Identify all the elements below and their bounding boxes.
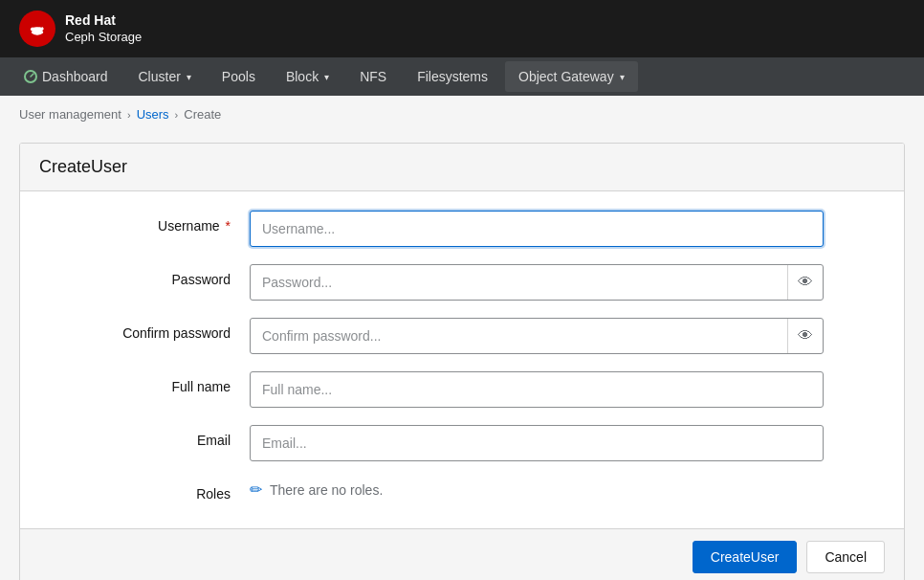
- nav-item-object-gateway[interactable]: Object Gateway ▾: [505, 61, 638, 92]
- cancel-button[interactable]: Cancel: [806, 541, 885, 573]
- roles-row: Roles ✏ There are no roles.: [39, 479, 885, 502]
- nav-item-block[interactable]: Block ▾: [273, 61, 342, 92]
- breadcrumb-sep-2: ›: [175, 109, 179, 121]
- main-content: CreateUser Username * Password: [0, 133, 924, 580]
- nav-item-pools[interactable]: Pools: [209, 61, 269, 92]
- object-gateway-dropdown-caret: ▾: [620, 72, 625, 82]
- confirm-password-control-wrap: 👁: [250, 318, 824, 354]
- confirm-password-input-group: 👁: [250, 318, 824, 354]
- fullname-label: Full name: [39, 371, 250, 394]
- tachometer-icon: [23, 69, 38, 84]
- fullname-input-group: [250, 371, 824, 408]
- password-input-group: 👁: [250, 264, 824, 301]
- username-required: *: [222, 218, 231, 234]
- create-user-card: CreateUser Username * Password: [19, 143, 905, 580]
- password-control-wrap: 👁: [250, 264, 824, 301]
- create-user-button[interactable]: CreateUser: [693, 541, 798, 573]
- brand-text: Red Hat Ceph Storage: [65, 11, 142, 45]
- top-navbar: Red Hat Ceph Storage: [0, 0, 924, 57]
- confirm-password-row: Confirm password 👁: [39, 318, 885, 354]
- nav-menu: Dashboard Cluster ▾ Pools Block ▾ NFS Fi…: [0, 57, 924, 96]
- breadcrumb: User management › Users › Create: [0, 96, 924, 133]
- email-control-wrap: [250, 425, 824, 461]
- fullname-row: Full name: [39, 371, 885, 408]
- fullname-input[interactable]: [251, 372, 823, 407]
- confirm-password-label: Confirm password: [39, 318, 250, 341]
- username-input-group: [250, 211, 824, 247]
- roles-empty-text: There are no roles.: [270, 482, 383, 498]
- email-input[interactable]: [251, 426, 823, 460]
- eye-icon: 👁: [798, 274, 813, 291]
- username-control-wrap: [250, 211, 824, 247]
- email-label: Email: [39, 425, 250, 448]
- confirm-password-toggle-button[interactable]: 👁: [787, 319, 823, 353]
- password-row: Password 👁: [39, 264, 885, 301]
- breadcrumb-sep-1: ›: [127, 109, 131, 121]
- card-title: CreateUser: [39, 157, 885, 177]
- confirm-password-input[interactable]: [251, 319, 787, 353]
- breadcrumb-user-management: User management: [19, 107, 121, 122]
- roles-content: ✏ There are no roles.: [250, 479, 824, 499]
- breadcrumb-create: Create: [184, 107, 221, 122]
- password-toggle-button[interactable]: 👁: [787, 265, 823, 300]
- username-label: Username *: [39, 211, 250, 234]
- roles-label: Roles: [39, 479, 250, 502]
- card-header: CreateUser: [20, 144, 904, 191]
- password-label: Password: [39, 264, 250, 287]
- roles-control-wrap: ✏ There are no roles.: [250, 479, 824, 499]
- username-input[interactable]: [251, 212, 823, 246]
- cluster-dropdown-caret: ▾: [187, 72, 191, 82]
- nav-item-nfs[interactable]: NFS: [346, 61, 400, 92]
- redhat-logo: [19, 11, 55, 47]
- eye-icon-confirm: 👁: [798, 327, 813, 345]
- card-footer: CreateUser Cancel: [20, 528, 904, 580]
- nav-item-dashboard[interactable]: Dashboard: [10, 61, 121, 92]
- password-input[interactable]: [251, 265, 787, 300]
- breadcrumb-users[interactable]: Users: [137, 107, 169, 122]
- nav-item-cluster[interactable]: Cluster ▾: [125, 61, 205, 92]
- card-body: Username * Password 👁: [20, 191, 904, 528]
- email-row: Email: [39, 425, 885, 461]
- brand: Red Hat Ceph Storage: [19, 11, 142, 47]
- username-row: Username *: [39, 211, 885, 247]
- nav-item-filesystems[interactable]: Filesystems: [404, 61, 501, 92]
- email-input-group: [250, 425, 824, 461]
- fullname-control-wrap: [250, 371, 824, 408]
- roles-edit-icon[interactable]: ✏: [250, 480, 262, 499]
- block-dropdown-caret: ▾: [324, 72, 329, 82]
